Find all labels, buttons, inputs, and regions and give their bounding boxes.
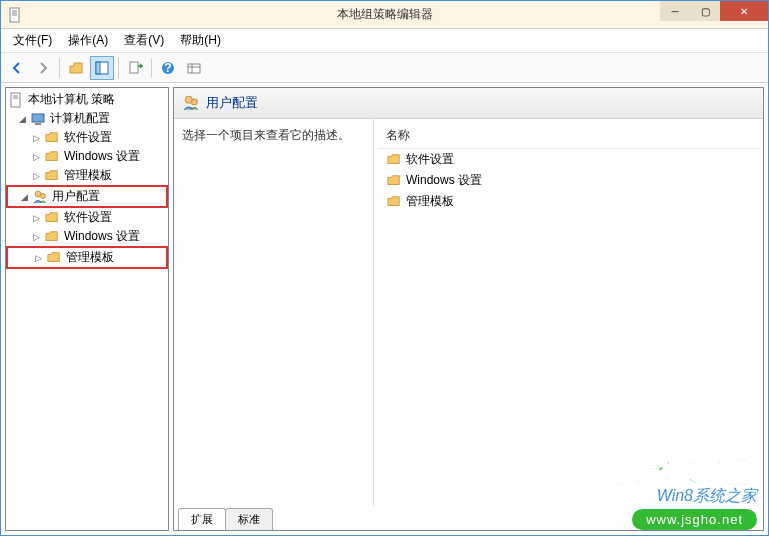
expander-icon[interactable]: ▷ [30,170,42,182]
list-item[interactable]: 软件设置 [378,149,759,170]
folder-icon [44,168,60,184]
expander-icon[interactable]: ▷ [30,212,42,224]
svg-rect-6 [130,62,138,73]
expander-icon[interactable]: ▷ [32,252,44,264]
show-hide-tree-button[interactable] [90,56,114,80]
help-button[interactable]: ? [156,56,180,80]
tree-root[interactable]: 本地计算机 策略 [6,90,168,109]
tree-panel[interactable]: 本地计算机 策略 ◢ 计算机配置 ▷ 软件设置 ▷ Windows 设置 ▷ 管… [5,87,169,531]
folder-icon [386,173,402,189]
menu-help[interactable]: 帮助(H) [172,29,229,52]
expander-icon[interactable]: ▷ [30,151,42,163]
folder-icon [44,130,60,146]
svg-rect-5 [96,62,100,74]
svg-rect-16 [35,123,41,125]
menu-action[interactable]: 操作(A) [60,29,116,52]
tabs: 扩展 标准 [174,506,763,530]
folder-icon [386,152,402,168]
maximize-button[interactable]: ▢ [690,1,720,21]
folder-icon [386,194,402,210]
app-icon [7,7,23,23]
tab-extended[interactable]: 扩展 [178,508,226,530]
list-pane: 名称 软件设置 Windows 设置 管理模板 [374,119,763,506]
tree-label: 软件设置 [64,209,112,226]
export-button[interactable] [123,56,147,80]
description-text: 选择一个项目来查看它的描述。 [182,128,350,142]
svg-rect-9 [188,64,200,73]
policy-icon [8,92,24,108]
svg-rect-15 [32,114,44,122]
up-button[interactable] [64,56,88,80]
close-button[interactable]: ✕ [720,1,768,21]
menu-view[interactable]: 查看(V) [116,29,172,52]
tree-label: 管理模板 [66,249,114,266]
tree-label: Windows 设置 [64,148,140,165]
detail-header: 用户配置 [174,88,763,119]
tree-label: 计算机配置 [50,110,110,127]
folder-icon [44,210,60,226]
menu-file[interactable]: 文件(F) [5,29,60,52]
tree-computer-config[interactable]: ◢ 计算机配置 [6,109,168,128]
expander-icon[interactable]: ▷ [30,231,42,243]
tree-software-settings[interactable]: ▷ 软件设置 [6,128,168,147]
minimize-button[interactable]: ─ [660,1,690,21]
tree-label: Windows 设置 [64,228,140,245]
titlebar[interactable]: 本地组策略编辑器 ─ ▢ ✕ [1,1,768,29]
user-icon [182,94,200,112]
main-window: 本地组策略编辑器 ─ ▢ ✕ 文件(F) 操作(A) 查看(V) 帮助(H) ?… [0,0,769,536]
folder-icon [44,149,60,165]
back-button[interactable] [5,56,29,80]
folder-icon [44,229,60,245]
tree-windows-settings[interactable]: ▷ Windows 设置 [6,147,168,166]
tree-label: 用户配置 [52,188,100,205]
expander-icon[interactable]: ▷ [30,132,42,144]
toolbar-separator [59,58,60,78]
toolbar-separator [118,58,119,78]
computer-icon [30,111,46,127]
detail-panel: 用户配置 选择一个项目来查看它的描述。 名称 软件设置 Windows 设置 [173,87,764,531]
tree-admin-templates[interactable]: ▷ 管理模板 [6,166,168,185]
list-item[interactable]: 管理模板 [378,191,759,212]
filter-button[interactable] [182,56,206,80]
tree-label: 管理模板 [64,167,112,184]
expander-icon[interactable]: ◢ [16,113,28,125]
content-area: 本地计算机 策略 ◢ 计算机配置 ▷ 软件设置 ▷ Windows 设置 ▷ 管… [1,83,768,535]
description-pane: 选择一个项目来查看它的描述。 [174,119,374,506]
expander-icon[interactable]: ◢ [18,191,30,203]
svg-text:?: ? [164,61,171,75]
forward-button[interactable] [31,56,55,80]
detail-body: 选择一个项目来查看它的描述。 名称 软件设置 Windows 设置 管理模板 [174,119,763,506]
svg-rect-12 [11,93,20,107]
svg-point-18 [41,193,46,198]
toolbar-separator [151,58,152,78]
tree-windows-settings-user[interactable]: ▷ Windows 设置 [6,227,168,246]
item-label: Windows 设置 [406,172,482,189]
user-icon [32,189,48,205]
svg-point-20 [192,99,198,105]
tab-standard[interactable]: 标准 [225,508,273,530]
column-name[interactable]: 名称 [378,123,759,149]
tree-label: 软件设置 [64,129,112,146]
tree-admin-templates-user[interactable]: ▷ 管理模板 [6,246,168,269]
tree-software-settings-user[interactable]: ▷ 软件设置 [6,208,168,227]
tree-user-config[interactable]: ◢ 用户配置 [6,185,168,208]
window-title: 本地组策略编辑器 [337,6,433,23]
item-label: 软件设置 [406,151,454,168]
tree-label: 本地计算机 策略 [28,91,115,108]
window-controls: ─ ▢ ✕ [660,1,768,21]
item-label: 管理模板 [406,193,454,210]
detail-title: 用户配置 [206,94,258,112]
list-item[interactable]: Windows 设置 [378,170,759,191]
menubar: 文件(F) 操作(A) 查看(V) 帮助(H) [1,29,768,53]
toolbar: ? [1,53,768,83]
folder-icon [46,250,62,266]
